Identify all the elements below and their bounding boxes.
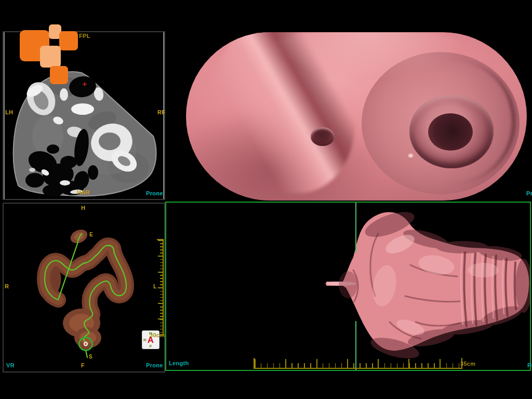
centerline-end-label: E bbox=[89, 232, 93, 237]
centerline-start-label: S bbox=[89, 354, 92, 360]
logo-tag-label: FPL bbox=[79, 33, 90, 39]
logo-block bbox=[59, 31, 78, 50]
viewport-edge-bar bbox=[4, 32, 5, 199]
map-position-label: Prone bbox=[146, 362, 163, 368]
highlight bbox=[264, 32, 472, 79]
map-right-orientation-label: L bbox=[153, 283, 157, 289]
dissect-position-label: Prone bbox=[527, 362, 532, 368]
logo-block bbox=[50, 66, 68, 84]
endo-position-label: Prone bbox=[526, 190, 532, 196]
length-ruler-horizontal bbox=[254, 358, 462, 369]
viewport-dissected-colon[interactable] bbox=[165, 202, 531, 371]
map-bottom-orientation-label: F bbox=[81, 362, 85, 368]
lumen-shadow bbox=[186, 107, 383, 201]
map-ruler-length-label: 30cm bbox=[150, 332, 165, 338]
viewport-edge-bar bbox=[163, 32, 164, 199]
viewport-endoluminal-3d[interactable] bbox=[186, 32, 527, 201]
lumen-opening-mound bbox=[362, 52, 520, 194]
ruler-major-ticks bbox=[255, 359, 461, 368]
map-render-mode-label: VR bbox=[6, 362, 15, 368]
lumen-ring bbox=[409, 95, 494, 168]
axial-left-orientation-label: LH bbox=[5, 109, 13, 115]
highlight-speck bbox=[408, 154, 413, 157]
cube-bottom-label: F bbox=[150, 344, 152, 349]
viewport-colon-map[interactable] bbox=[3, 203, 165, 373]
axial-right-orientation-label: RF bbox=[157, 109, 165, 115]
lumen-hole bbox=[428, 113, 473, 151]
axial-position-label: Prone bbox=[146, 190, 163, 196]
map-left-orientation-label: R bbox=[5, 283, 9, 289]
logo-block bbox=[40, 46, 61, 68]
centerline-cursor[interactable] bbox=[355, 203, 356, 253]
ruler-major-ticks bbox=[158, 240, 163, 335]
fold-crease bbox=[390, 60, 515, 183]
length-mode-label: Length bbox=[169, 360, 189, 366]
scale-ruler-vertical bbox=[157, 239, 164, 336]
cube-left-label: R bbox=[143, 338, 147, 342]
ct-colonography-workstation: { "viewports": { "axial": { "logo_tag": … bbox=[0, 0, 532, 399]
haustral-fold bbox=[215, 32, 355, 193]
colon-map-render bbox=[4, 204, 164, 371]
map-top-orientation-label: H bbox=[81, 205, 85, 211]
axial-bottom-orientation-label: HAR bbox=[77, 189, 90, 195]
dissect-ruler-length-label: 35cm bbox=[460, 361, 475, 367]
diverticulum-opening bbox=[311, 127, 335, 146]
dissected-colon-render bbox=[166, 203, 530, 370]
